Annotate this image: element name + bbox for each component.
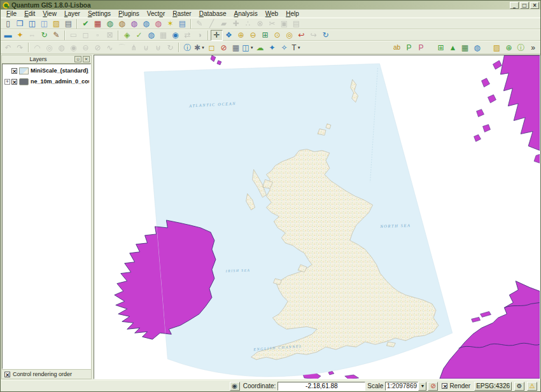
- layer-name-label[interactable]: ne_10m_admin_0_countries: [31, 78, 89, 85]
- save-as-image-icon[interactable]: ▨: [50, 18, 62, 29]
- restore-button[interactable]: □: [520, 2, 529, 9]
- zoom-to-selection-icon[interactable]: ⊙: [271, 30, 283, 41]
- text-annotation-icon[interactable]: T▼: [290, 42, 302, 53]
- menu-view[interactable]: View: [39, 10, 60, 17]
- save-project-icon[interactable]: ◫: [26, 18, 38, 29]
- add-vector-layer-icon[interactable]: ✔: [80, 18, 92, 29]
- scale-dropdown-icon[interactable]: ▼: [418, 382, 426, 391]
- open-attribute-table-icon[interactable]: ▦: [230, 42, 242, 53]
- map-canvas[interactable]: ATLANTIC OCEANNORTH SEAIRISH SEAENGLISH …: [94, 55, 540, 379]
- run-feature-action-icon[interactable]: ✱▼: [193, 42, 206, 53]
- identify-features-icon[interactable]: ⓘ: [181, 42, 193, 53]
- raster-calculator-icon[interactable]: ▦: [459, 42, 471, 53]
- labeling-icon[interactable]: ▬: [2, 30, 14, 41]
- georeferencer-icon[interactable]: ⊞: [435, 42, 447, 53]
- panel-close-icon[interactable]: ×: [83, 56, 90, 62]
- coordinate-input[interactable]: [278, 382, 365, 391]
- print-composer-icon[interactable]: ▤: [62, 18, 74, 29]
- menu-database[interactable]: Database: [195, 10, 230, 17]
- labeling-toolbar-icon[interactable]: ab: [391, 42, 403, 53]
- topology-checker-icon[interactable]: ✓: [133, 30, 145, 41]
- stop-rendering-button[interactable]: ⊘: [428, 382, 438, 391]
- measure-line-icon[interactable]: ◫▼: [242, 42, 254, 53]
- deselect-features-icon[interactable]: ⊘: [218, 42, 230, 53]
- dropdown-caret-icon[interactable]: ▼: [250, 43, 254, 53]
- dropdown-caret-icon[interactable]: ▼: [297, 43, 301, 53]
- select-features-icon[interactable]: ◻: [206, 42, 218, 53]
- render-toggle[interactable]: × Render: [442, 382, 470, 389]
- add-wfs-layer-icon[interactable]: ◍: [152, 18, 164, 29]
- menu-settings[interactable]: Settings: [84, 10, 115, 17]
- plugin-info-icon[interactable]: ⓘ: [515, 42, 527, 53]
- menu-plugins[interactable]: Plugins: [115, 10, 143, 17]
- new-project-icon[interactable]: ▯: [2, 18, 14, 29]
- menu-web[interactable]: Web: [262, 10, 282, 17]
- rotate-point-symbols-icon: ↻: [164, 42, 176, 53]
- new-bookmark-icon[interactable]: ✦: [266, 42, 278, 53]
- annotation-tool-icon: ▭: [67, 30, 80, 41]
- plugin-installer-icon[interactable]: ⊕: [503, 42, 515, 53]
- scale-value[interactable]: 1:2097869: [385, 382, 418, 391]
- scale-combo[interactable]: 1:2097869 ▼: [385, 382, 426, 391]
- pan-to-selection-icon[interactable]: ❖: [223, 30, 235, 41]
- interpolation-icon[interactable]: ◍: [471, 42, 483, 53]
- qgis-app-icon: [3, 2, 10, 9]
- save-project-as-icon[interactable]: ◫: [38, 18, 50, 29]
- title-bar[interactable]: Quantum GIS 1.8.0-Lisboa _□×: [1, 1, 540, 10]
- message-log-icon[interactable]: ⚠: [527, 382, 537, 391]
- menu-file[interactable]: File: [3, 10, 20, 17]
- rotate-label-icon[interactable]: ↻: [38, 30, 50, 41]
- add-postgis-layer-icon[interactable]: ◍: [104, 18, 116, 29]
- coordinate-capture-icon[interactable]: ◍: [145, 30, 157, 41]
- ftools-icon[interactable]: P: [415, 42, 427, 53]
- crs-status-button[interactable]: EPSG:4326: [474, 382, 512, 391]
- show-bookmarks-icon[interactable]: ✧: [278, 42, 290, 53]
- layer-name-label[interactable]: MiniScale_(standard)_R15: [31, 67, 89, 74]
- pan-map-icon[interactable]: ✛: [211, 30, 223, 41]
- norway-polygon: [500, 55, 540, 150]
- layer-row[interactable]: ×MiniScale_(standard)_R15: [4, 66, 89, 75]
- layer-expander-icon[interactable]: +: [4, 79, 10, 85]
- dropdown-caret-icon[interactable]: ▼: [201, 43, 205, 53]
- refresh-map-icon[interactable]: ↻: [320, 30, 332, 41]
- zoom-last-icon[interactable]: ↩: [295, 30, 307, 41]
- layer-row[interactable]: +×ne_10m_admin_0_countries: [4, 77, 89, 86]
- toolbar-overflow-icon[interactable]: »: [527, 42, 539, 53]
- layers-panel-header: Layers ▫ ×: [2, 55, 91, 64]
- zoom-out-icon[interactable]: ⊖: [247, 30, 259, 41]
- open-project-icon[interactable]: ❒: [14, 18, 26, 29]
- add-wms-layer-icon[interactable]: ◍: [140, 18, 152, 29]
- spatial-query-icon[interactable]: ◈: [121, 30, 133, 41]
- mapserver-export-icon[interactable]: ▨: [491, 42, 503, 53]
- minimize-button[interactable]: _: [510, 2, 519, 9]
- panel-float-button[interactable]: ▫: [74, 56, 81, 62]
- projection-icon[interactable]: ⚙: [514, 382, 524, 391]
- add-mssql-layer-icon[interactable]: ◍: [128, 18, 140, 29]
- python-console-icon[interactable]: P: [403, 42, 415, 53]
- extent-toggle-button[interactable]: ◉: [230, 382, 240, 391]
- menu-layer[interactable]: Layer: [60, 10, 84, 17]
- control-rendering-order-checkbox[interactable]: ×: [4, 372, 10, 377]
- change-label-icon[interactable]: ✎: [50, 30, 62, 41]
- close-button[interactable]: ×: [530, 2, 539, 9]
- zoom-full-icon[interactable]: ⊞: [259, 30, 271, 41]
- labeling-settings-icon[interactable]: ✦: [14, 30, 26, 41]
- menu-edit[interactable]: Edit: [20, 10, 39, 17]
- zoom-in-icon[interactable]: ⊕: [235, 30, 247, 41]
- add-raster-layer-icon[interactable]: ▦: [92, 18, 104, 29]
- layer-visibility-checkbox[interactable]: ×: [11, 79, 17, 85]
- map-tips-icon[interactable]: ☁: [254, 42, 266, 53]
- render-checkbox[interactable]: ×: [442, 383, 447, 389]
- new-shapefile-layer-icon[interactable]: ✶: [164, 18, 176, 29]
- menu-vector[interactable]: Vector: [143, 10, 169, 17]
- faroe-islands-polygon: [211, 55, 221, 65]
- gps-tools-icon[interactable]: ◉: [169, 30, 181, 41]
- menu-analysis[interactable]: Analysis: [230, 10, 262, 17]
- layer-visibility-checkbox[interactable]: ×: [11, 68, 17, 74]
- menu-help[interactable]: Help: [282, 10, 303, 17]
- zoom-to-layer-icon[interactable]: ◎: [283, 30, 295, 41]
- add-delimited-text-layer-icon[interactable]: ▤: [176, 18, 188, 29]
- menu-raster[interactable]: Raster: [169, 10, 195, 17]
- heatmap-icon[interactable]: ▲: [447, 42, 459, 53]
- add-spatialite-layer-icon[interactable]: ◍: [116, 18, 128, 29]
